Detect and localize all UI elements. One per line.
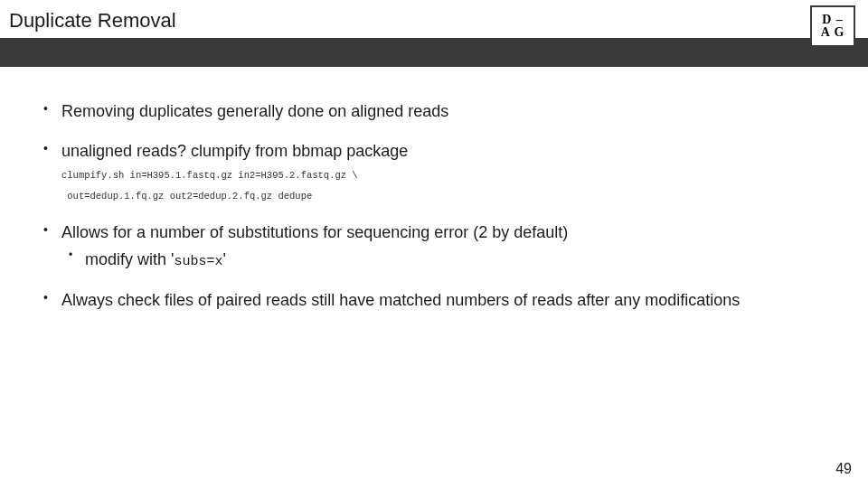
bullet-3-sub-suffix: ' bbox=[222, 250, 225, 268]
bullet-3-text: Allows for a number of substitutions for… bbox=[61, 223, 568, 241]
code-line-2: out=dedup.1.fq.gz out2=dedup.2.fq.gz ded… bbox=[61, 189, 832, 204]
bullet-3: Allows for a number of substitutions for… bbox=[36, 221, 832, 272]
bullet-2: unaligned reads? clumpify from bbmap pac… bbox=[36, 139, 832, 204]
bullet-1: Removing duplicates generally done on al… bbox=[36, 99, 832, 123]
bullet-4-text: Always check files of paired reads still… bbox=[61, 291, 740, 309]
slide-header: Duplicate Removal D – A G bbox=[0, 0, 868, 67]
bullet-2-text: unaligned reads? clumpify from bbmap pac… bbox=[61, 142, 408, 160]
slide-body: Removing duplicates generally done on al… bbox=[36, 99, 832, 328]
bullet-3-sub: modify with 'subs=x' bbox=[61, 248, 832, 272]
header-band bbox=[0, 38, 868, 67]
bullet-3-sub-prefix: modify with ' bbox=[85, 250, 174, 268]
code-line-1: clumpify.sh in=H395.1.fastq.gz in2=H395.… bbox=[61, 168, 832, 183]
logo-row-top: D – bbox=[822, 14, 844, 26]
slide-title: Duplicate Removal bbox=[0, 0, 868, 38]
bullet-3-sub-code: subs=x bbox=[174, 254, 222, 269]
bullet-4: Always check files of paired reads still… bbox=[36, 288, 832, 312]
page-number: 49 bbox=[835, 461, 852, 477]
bullet-1-text: Removing duplicates generally done on al… bbox=[61, 102, 448, 120]
logo-row-bottom: A G bbox=[821, 26, 845, 39]
dag-logo: D – A G bbox=[810, 5, 855, 47]
